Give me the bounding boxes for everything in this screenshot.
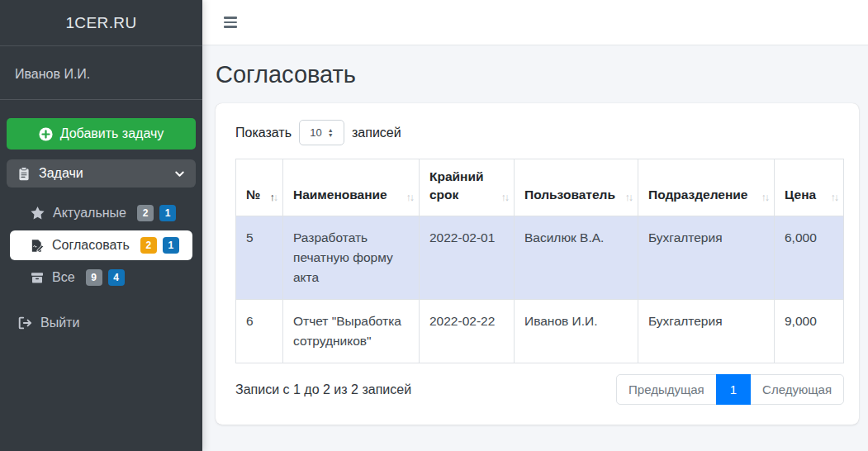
chevron-down-icon (174, 169, 185, 179)
show-label: Показать (235, 126, 292, 140)
sort-icon: ↑↓ (406, 190, 414, 205)
sort-icon: ↑↓ (270, 190, 277, 205)
page-title: Согласовать (216, 61, 859, 88)
table-length-control: Показать 10 ▲▼ записей (235, 120, 844, 145)
column-header-name[interactable]: Наименование ↑↓ (283, 159, 420, 216)
table-row[interactable]: 5 Разработать печатную форму акта 2022-0… (236, 216, 844, 299)
sidebar-item-actual[interactable]: Актуальные 2 1 (10, 198, 192, 228)
brand-link[interactable]: 1CER.RU (0, 0, 202, 46)
brand-title: 1CER.RU (65, 14, 136, 32)
sidebar: 1CER.RU Иванов И.И. Добавить задачу Зада… (0, 0, 202, 451)
sidebar-item-label: Задачи (39, 166, 83, 181)
user-name: Иванов И.И. (15, 67, 90, 81)
tasks-submenu: Актуальные 2 1 Согласовать 2 1 (0, 188, 202, 295)
sign-out-icon (17, 316, 32, 330)
pagination-next-button[interactable]: Следующая (750, 374, 844, 405)
archive-icon (30, 271, 45, 284)
plus-circle-icon (39, 127, 53, 141)
cell-num: 6 (236, 299, 283, 363)
records-label: записей (352, 126, 401, 140)
cell-num: 5 (236, 216, 283, 299)
table-row[interactable]: 6 Отчет "Выработка сотрудников" 2022-02-… (236, 299, 844, 363)
content: Согласовать Показать 10 ▲▼ записей (202, 45, 868, 451)
count-badge-gray: 2 (137, 205, 154, 221)
cell-price: 9,000 (775, 299, 844, 363)
cell-deadline: 2022-02-22 (420, 299, 515, 363)
column-header-user[interactable]: Пользователь ↑↓ (515, 159, 638, 216)
sort-icon: ↑↓ (625, 190, 633, 205)
user-panel: Иванов И.И. (0, 46, 202, 100)
records-info: Записи с 1 до 2 из 2 записей (235, 382, 411, 397)
cell-user: Василюк В.А. (515, 216, 638, 299)
cell-name: Разработать печатную форму акта (283, 216, 420, 299)
add-task-button[interactable]: Добавить задачу (7, 118, 196, 150)
signature-icon (30, 239, 45, 253)
sort-icon: ↑↓ (501, 190, 509, 205)
pagination-prev-button[interactable]: Предыдущая (616, 374, 717, 405)
count-badge-blue: 1 (163, 237, 179, 254)
column-header-num[interactable]: № ↑↓ (236, 159, 283, 216)
sidebar-item-approve[interactable]: Согласовать 2 1 (10, 230, 192, 260)
app-window: 1CER.RU Иванов И.И. Добавить задачу Зада… (0, 0, 868, 451)
cell-department: Бухгалтерия (638, 216, 775, 299)
table-footer: Записи с 1 до 2 из 2 записей Предыдущая … (235, 374, 844, 405)
sidebar-item-tasks[interactable]: Задачи (7, 159, 196, 188)
column-header-price[interactable]: Цена ↑↓ (775, 159, 844, 216)
sort-icon: ↑↓ (831, 190, 838, 205)
select-arrows-icon: ▲▼ (328, 128, 334, 137)
table-header-row: № ↑↓ Наименование ↑↓ Крайний срок ↑↓ (236, 159, 844, 216)
sidebar-item-label: Выйти (40, 316, 79, 330)
star-icon (30, 206, 45, 221)
add-task-label: Добавить задачу (60, 126, 164, 141)
count-badge-gray: 9 (86, 269, 102, 286)
sidebar-item-label: Согласовать (52, 238, 130, 253)
cell-department: Бухгалтерия (638, 299, 775, 363)
sidebar-item-logout[interactable]: Выйти (7, 309, 196, 337)
page-length-select[interactable]: 10 ▲▼ (299, 120, 344, 145)
tasks-table: № ↑↓ Наименование ↑↓ Крайний срок ↑↓ (235, 159, 844, 363)
top-navbar (202, 0, 868, 45)
cell-user: Иванов И.И. (515, 299, 638, 363)
sidebar-item-label: Актуальные (53, 206, 126, 221)
sidebar-toggle-icon[interactable] (222, 13, 239, 31)
cell-price: 6,000 (775, 216, 844, 299)
count-badge-blue: 1 (159, 205, 176, 221)
cell-name: Отчет "Выработка сотрудников" (283, 299, 420, 363)
count-badge-orange: 2 (140, 237, 157, 254)
column-header-deadline[interactable]: Крайний срок ↑↓ (420, 159, 515, 216)
count-badge-blue: 4 (108, 269, 125, 286)
sidebar-item-all[interactable]: Все 9 4 (10, 263, 192, 292)
tasks-card: Показать 10 ▲▼ записей (216, 103, 859, 425)
sort-icon: ↑↓ (761, 190, 769, 205)
page-length-value: 10 (310, 126, 321, 139)
pagination: Предыдущая 1 Следующая (616, 374, 844, 405)
column-header-department[interactable]: Подразделение ↑↓ (638, 159, 775, 216)
sidebar-item-label: Все (52, 270, 75, 285)
pagination-page-1-button[interactable]: 1 (716, 374, 751, 405)
cell-deadline: 2022-02-01 (420, 216, 515, 299)
clipboard-icon (17, 167, 31, 181)
main-area: Согласовать Показать 10 ▲▼ записей (202, 0, 868, 451)
